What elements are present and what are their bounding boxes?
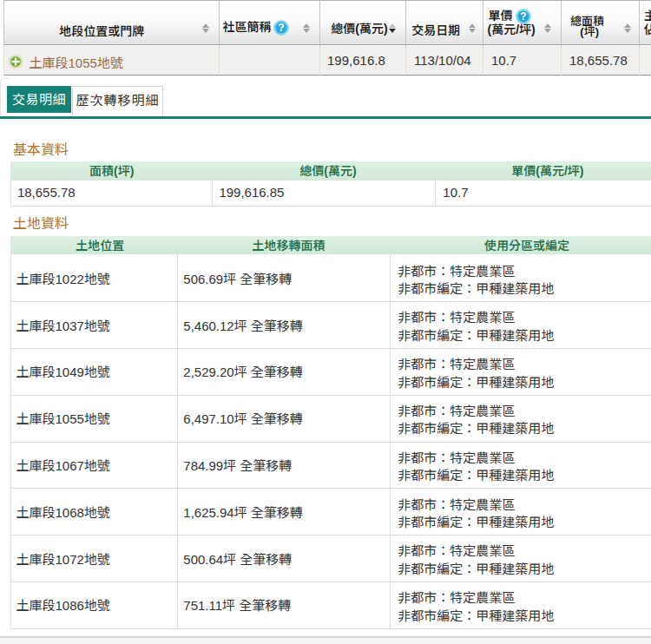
svg-text:?: ? <box>278 23 284 35</box>
